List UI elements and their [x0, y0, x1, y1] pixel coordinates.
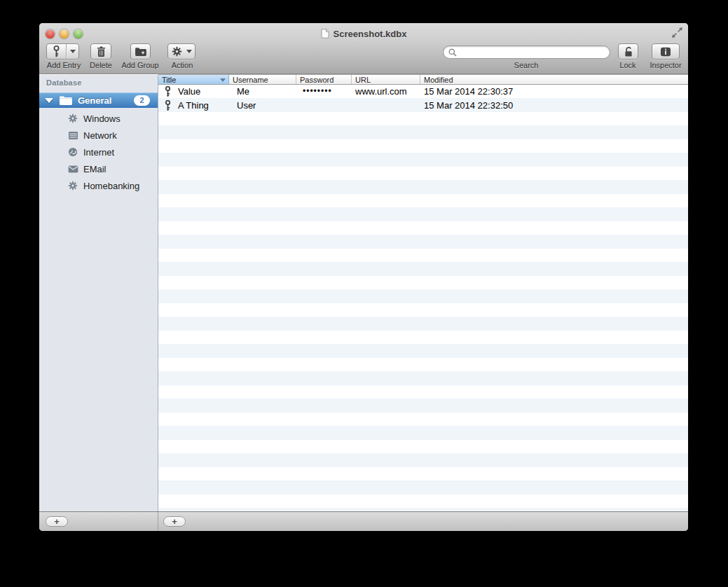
entry-table: Title Username Password URL Modified Val [158, 74, 688, 511]
action-dropdown[interactable] [184, 44, 194, 59]
sidebar-item-email[interactable]: EMail [39, 161, 158, 177]
folder-plus-icon [135, 47, 146, 56]
table-header: Title Username Password URL Modified [158, 74, 688, 85]
document-icon [321, 29, 329, 39]
sidebar-item-label: EMail [83, 164, 107, 174]
sort-descending-icon [220, 78, 226, 82]
unlock-icon [624, 46, 633, 57]
sidebar-item-windows[interactable]: Windows [39, 111, 158, 126]
chevron-down-icon [70, 50, 76, 53]
table-row[interactable]: A Thing User 15 Mar 2014 22:32:50 [158, 99, 688, 113]
bottom-bar: + + [39, 511, 688, 531]
sidebar-section-header: Database [46, 78, 82, 87]
delete-button[interactable] [90, 43, 111, 60]
sidebar-item-internet[interactable]: Internet [39, 144, 158, 160]
lock-label: Lock [619, 61, 636, 69]
sidebar-item-label: Network [83, 130, 117, 141]
inspector-label: Inspector [650, 61, 681, 69]
search-field[interactable] [443, 46, 610, 59]
add-entry-dropdown[interactable] [67, 44, 78, 59]
delete-label: Delete [90, 61, 112, 69]
window-title: Screenshot.kdbx [334, 29, 407, 39]
sidebar-group-general[interactable]: General 2 [39, 92, 158, 108]
disclosure-triangle-icon[interactable] [45, 98, 53, 103]
add-entry-plus-button[interactable]: + [163, 516, 186, 527]
key-icon [165, 100, 171, 111]
add-group-button[interactable] [130, 43, 151, 60]
cell-modified: 15 Mar 2014 22:30:37 [424, 85, 513, 99]
server-icon [67, 130, 78, 141]
add-group-label: Add Group [121, 61, 158, 69]
app-window: Screenshot.kdbx [39, 23, 688, 531]
chevron-down-icon [186, 50, 192, 53]
cell-password: •••••••• [303, 85, 332, 99]
folder-icon [59, 95, 72, 105]
envelope-icon [67, 163, 78, 174]
cell-username: User [237, 99, 256, 113]
cell-username: Me [237, 85, 249, 99]
lock-button[interactable] [618, 43, 638, 60]
sidebar-item-label: Homebanking [83, 181, 139, 191]
search-label: Search [514, 61, 539, 69]
table-row[interactable]: Value Me •••••••• www.url.com 15 Mar 201… [158, 85, 688, 99]
key-icon [53, 46, 60, 57]
cell-title: Value [178, 85, 200, 99]
search-icon [448, 48, 457, 57]
column-header-modified[interactable]: Modified [420, 75, 688, 84]
cell-title: A Thing [178, 99, 209, 113]
trash-icon [97, 46, 106, 57]
key-icon [165, 86, 171, 97]
globe-icon [67, 146, 78, 158]
gear-icon [67, 113, 78, 124]
column-header-url[interactable]: URL [352, 75, 420, 84]
gear-icon [67, 180, 78, 191]
inspector-button[interactable] [652, 43, 680, 60]
entry-count-badge: 2 [134, 95, 150, 106]
sidebar-item-label: Windows [83, 113, 121, 124]
table-body: Value Me •••••••• www.url.com 15 Mar 201… [158, 85, 688, 511]
column-header-username[interactable]: Username [229, 75, 296, 84]
gear-icon [172, 46, 182, 57]
add-entry-button[interactable] [46, 43, 79, 60]
desktop-background: Screenshot.kdbx [0, 0, 728, 587]
fullscreen-icon[interactable] [671, 27, 683, 39]
titlebar-toolbar: Screenshot.kdbx [39, 23, 688, 74]
sidebar-item-label: Internet [83, 147, 114, 158]
action-button[interactable] [167, 43, 195, 60]
info-icon [660, 47, 671, 57]
window-title-area: Screenshot.kdbx [39, 27, 688, 40]
sidebar-item-network[interactable]: Network [39, 127, 158, 143]
action-label: Action [172, 61, 193, 69]
cell-url: www.url.com [355, 85, 407, 99]
sidebar: Database General 2 [39, 75, 158, 511]
sidebar-item-homebanking[interactable]: Homebanking [39, 178, 158, 193]
column-header-password[interactable]: Password [296, 75, 352, 84]
add-group-plus-button[interactable]: + [46, 516, 68, 527]
search-input[interactable] [460, 47, 610, 57]
column-header-title[interactable]: Title [158, 75, 229, 84]
sidebar-group-label: General [78, 95, 134, 106]
footer-divider [158, 512, 158, 531]
add-entry-label: Add Entry [47, 61, 81, 69]
cell-modified: 15 Mar 2014 22:32:50 [424, 99, 513, 113]
